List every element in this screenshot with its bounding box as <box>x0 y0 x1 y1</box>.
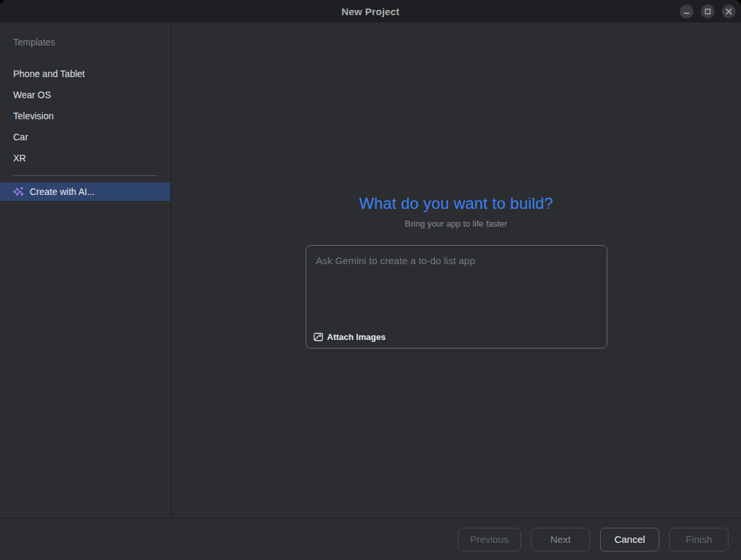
dialog-footer: Previous Next Cancel Finish <box>0 518 741 560</box>
finish-button[interactable]: Finish <box>669 528 728 551</box>
main-panel: What do you want to build? Bring your ap… <box>171 22 741 518</box>
dialog-title: New Project <box>341 6 399 17</box>
page-subtitle: Bring your app to life faster <box>306 218 607 230</box>
sidebar-item-xr[interactable]: XR <box>0 148 171 169</box>
sidebar-divider <box>13 175 157 176</box>
window-controls <box>680 0 736 22</box>
page-title: What do you want to build? <box>306 192 607 215</box>
maximize-button[interactable] <box>701 5 715 18</box>
sidebar-header: Templates <box>0 36 171 49</box>
image-icon <box>314 332 323 342</box>
new-project-dialog: New Project Templates Phone <box>0 0 741 560</box>
minimize-button[interactable] <box>680 5 694 18</box>
sidebar-item-wear-os[interactable]: Wear OS <box>0 84 171 105</box>
sidebar-item-label: Create with AI... <box>30 186 95 197</box>
minimize-icon <box>683 8 690 15</box>
templates-sidebar: Templates Phone and Tablet Wear OS Telev… <box>0 22 171 518</box>
close-button[interactable] <box>722 5 736 18</box>
attach-images-button[interactable]: Attach Images <box>314 332 386 342</box>
dialog-body: Templates Phone and Tablet Wear OS Telev… <box>0 22 741 518</box>
sidebar-item-car[interactable]: Car <box>0 126 171 148</box>
gemini-prompt-input[interactable] <box>306 246 607 320</box>
gemini-sparkle-icon <box>13 186 25 198</box>
previous-button[interactable]: Previous <box>458 528 521 551</box>
close-icon <box>725 8 732 15</box>
next-button[interactable]: Next <box>531 528 590 551</box>
attach-images-label: Attach Images <box>327 332 386 342</box>
sidebar-item-television[interactable]: Television <box>0 105 171 126</box>
sidebar-item-phone-and-tablet[interactable]: Phone and Tablet <box>0 63 171 84</box>
cancel-button[interactable]: Cancel <box>600 528 659 551</box>
sidebar-item-create-with-ai[interactable]: Create with AI... <box>0 182 171 201</box>
prompt-box: Attach Images <box>306 245 607 349</box>
maximize-icon <box>704 8 711 15</box>
title-bar: New Project <box>0 0 741 22</box>
